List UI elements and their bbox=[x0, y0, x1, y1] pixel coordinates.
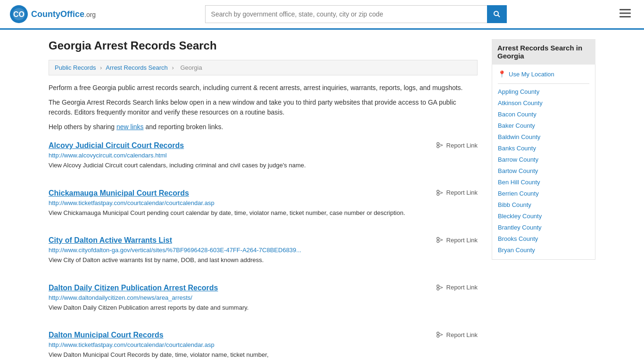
county-list-item: Bartow County bbox=[498, 165, 589, 176]
result-header-3: Dalton Daily Citizen Publication Arrest … bbox=[49, 284, 478, 292]
county-list-item: Banks County bbox=[498, 142, 589, 154]
result-header-4: Dalton Municipal Court Records Report Li… bbox=[49, 331, 478, 339]
report-label-4: Report Link bbox=[446, 331, 478, 338]
breadcrumb: Public Records › Arrest Records Search ›… bbox=[49, 60, 478, 75]
county-link-14[interactable]: Bryan County bbox=[498, 247, 535, 254]
svg-point-24 bbox=[437, 332, 439, 335]
county-link-10[interactable]: Bibb County bbox=[498, 201, 531, 208]
county-link-6[interactable]: Barrow County bbox=[498, 156, 538, 163]
svg-point-21 bbox=[437, 288, 439, 290]
sidebar-title: Arrest Records Search in Georgia bbox=[492, 39, 595, 65]
page-title: Georgia Arrest Records Search bbox=[49, 39, 478, 52]
use-my-location-link[interactable]: Use My Location bbox=[509, 71, 554, 78]
result-url-0[interactable]: http://www.alcovycircuit.com/calendars.h… bbox=[49, 152, 478, 159]
county-list-item: Brantley County bbox=[498, 222, 589, 233]
result-title-3[interactable]: Dalton Daily Citizen Publication Arrest … bbox=[49, 284, 218, 292]
county-link-8[interactable]: Ben Hill County bbox=[498, 179, 540, 186]
county-link-1[interactable]: Atkinson County bbox=[498, 99, 543, 107]
result-title-2[interactable]: City of Dalton Active Warrants List bbox=[49, 236, 172, 245]
result-item: Dalton Daily Citizen Publication Arrest … bbox=[49, 284, 478, 320]
main-wrapper: Georgia Arrest Records Search Public Rec… bbox=[39, 30, 605, 362]
result-title-4[interactable]: Dalton Municipal Court Records bbox=[49, 331, 164, 339]
location-icon: 📍 bbox=[498, 70, 506, 78]
sidebar-divider bbox=[498, 83, 589, 84]
county-list-item: Appling County bbox=[498, 86, 589, 97]
county-link-3[interactable]: Baker County bbox=[498, 122, 535, 129]
svg-point-3 bbox=[494, 11, 498, 16]
scissors-icon-0 bbox=[436, 141, 444, 149]
svg-point-8 bbox=[437, 143, 439, 145]
county-link-2[interactable]: Bacon County bbox=[498, 111, 537, 118]
county-link-5[interactable]: Banks County bbox=[498, 145, 536, 152]
county-link-7[interactable]: Bartow County bbox=[498, 167, 538, 174]
svg-point-16 bbox=[437, 238, 439, 240]
search-button[interactable] bbox=[487, 5, 507, 23]
svg-text:CO: CO bbox=[13, 10, 25, 18]
svg-line-4 bbox=[498, 15, 500, 17]
result-header-1: Chickamauga Municipal Court Records Repo… bbox=[49, 189, 478, 197]
svg-rect-7 bbox=[619, 16, 631, 17]
svg-line-23 bbox=[439, 288, 443, 289]
svg-point-9 bbox=[437, 146, 439, 148]
county-link-9[interactable]: Berrien County bbox=[498, 190, 539, 197]
report-label-2: Report Link bbox=[446, 237, 478, 244]
scissors-icon-3 bbox=[436, 284, 444, 291]
logo-text: CountyOffice.org bbox=[31, 9, 96, 19]
report-link-4[interactable]: Report Link bbox=[436, 331, 478, 338]
menu-button[interactable] bbox=[616, 6, 635, 22]
report-link-3[interactable]: Report Link bbox=[436, 284, 478, 291]
svg-line-27 bbox=[439, 335, 443, 336]
result-header-0: Alcovy Judicial Circuit Court Records Re… bbox=[49, 141, 478, 150]
county-list-item: Baldwin County bbox=[498, 131, 589, 142]
report-link-2[interactable]: Report Link bbox=[436, 236, 478, 244]
county-list-item: Ben Hill County bbox=[498, 176, 589, 188]
county-list-item: Bacon County bbox=[498, 108, 589, 120]
county-list-item: Berrien County bbox=[498, 188, 589, 199]
logo-area: CO CountyOffice.org bbox=[9, 5, 96, 24]
svg-line-19 bbox=[439, 240, 443, 241]
svg-line-22 bbox=[439, 286, 443, 288]
report-link-0[interactable]: Report Link bbox=[436, 141, 478, 149]
svg-line-11 bbox=[439, 145, 443, 147]
county-link-12[interactable]: Brantley County bbox=[498, 224, 542, 231]
breadcrumb-public-records[interactable]: Public Records bbox=[55, 64, 96, 71]
result-title-1[interactable]: Chickamauga Municipal Court Records bbox=[49, 189, 189, 197]
svg-line-26 bbox=[439, 333, 443, 335]
svg-line-10 bbox=[439, 144, 443, 145]
result-title-0[interactable]: Alcovy Judicial Circuit Court Records bbox=[49, 141, 184, 150]
search-icon bbox=[493, 10, 501, 18]
sidebar-location: 📍 Use My Location bbox=[498, 68, 589, 80]
report-link-1[interactable]: Report Link bbox=[436, 189, 478, 197]
county-link-11[interactable]: Bleckley County bbox=[498, 213, 542, 220]
county-list-item: Barrow County bbox=[498, 154, 589, 165]
county-list-item: Bibb County bbox=[498, 199, 589, 210]
svg-rect-5 bbox=[619, 9, 631, 10]
description-1: Perform a free Georgia public arrest rec… bbox=[49, 83, 478, 93]
result-url-1[interactable]: http://www.ticketfastpay.com/courtcalend… bbox=[49, 199, 478, 206]
content-area: Georgia Arrest Records Search Public Rec… bbox=[49, 39, 478, 362]
breadcrumb-arrest-records[interactable]: Arrest Records Search bbox=[106, 64, 168, 71]
county-link-4[interactable]: Baldwin County bbox=[498, 133, 540, 140]
svg-point-20 bbox=[437, 285, 439, 287]
result-url-4[interactable]: http://www.ticketfastpay.com/courtcalend… bbox=[49, 341, 478, 348]
report-label-0: Report Link bbox=[446, 142, 478, 149]
new-links-link[interactable]: new links bbox=[116, 123, 144, 131]
search-input[interactable] bbox=[205, 5, 487, 23]
result-url-2[interactable]: http://www.cityofdalton-ga.gov/vertical/… bbox=[49, 247, 478, 254]
county-link-13[interactable]: Brooks County bbox=[498, 235, 538, 242]
description-3: Help others by sharing new links and rep… bbox=[49, 122, 478, 132]
search-area bbox=[205, 5, 507, 23]
result-desc-0: View Alcovy Judicial Circuit court calen… bbox=[49, 161, 478, 170]
result-url-3[interactable]: http://www.daltondailycitizen.com/news/a… bbox=[49, 294, 478, 301]
svg-point-12 bbox=[437, 190, 439, 192]
header-right bbox=[616, 6, 635, 22]
logo-icon: CO bbox=[9, 5, 28, 24]
svg-point-13 bbox=[437, 193, 439, 195]
scissors-icon-1 bbox=[436, 189, 444, 197]
svg-line-15 bbox=[439, 193, 443, 194]
county-link-0[interactable]: Appling County bbox=[498, 88, 539, 95]
result-item: Chickamauga Municipal Court Records Repo… bbox=[49, 189, 478, 225]
svg-point-17 bbox=[437, 240, 439, 243]
result-desc-3: View Dalton Daily Citizen Publication ar… bbox=[49, 303, 478, 313]
result-desc-4: View Dalton Municipal Court Records by d… bbox=[49, 350, 478, 360]
